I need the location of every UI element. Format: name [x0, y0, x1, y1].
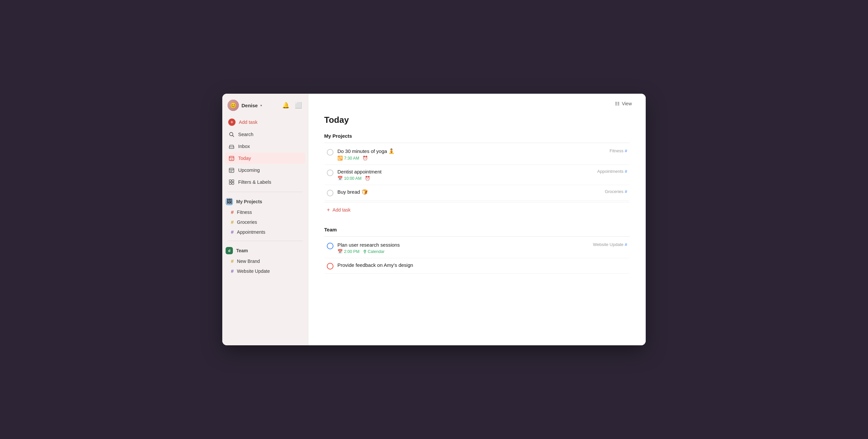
- alarm-icon-yoga: ⏰: [363, 155, 368, 160]
- location-pin-icon: [363, 250, 367, 254]
- project-item-fitness[interactable]: # Fitness: [225, 207, 305, 217]
- user-info[interactable]: 😊 Denise ▾: [227, 100, 262, 111]
- calendar-icon-dentist: 📅: [337, 176, 343, 181]
- task-item-feedback[interactable]: Provide feedback on Amy's design: [324, 258, 630, 274]
- task-title-bread: Buy bread 🍞: [337, 189, 601, 195]
- sidebar-item-filters[interactable]: Filters & Labels: [225, 176, 305, 188]
- main-header: View: [308, 94, 646, 108]
- groceries-hash-icon: #: [231, 219, 234, 225]
- add-task-plus-icon: +: [327, 207, 330, 213]
- sidebar-item-upcoming[interactable]: Upcoming: [225, 165, 305, 176]
- project-item-groceries[interactable]: # Groceries: [225, 217, 305, 227]
- svg-rect-13: [232, 182, 234, 184]
- search-icon: [228, 131, 235, 138]
- view-button-label: View: [622, 101, 632, 106]
- recurring-icon: 🔁: [337, 155, 343, 160]
- task-item-bread[interactable]: Buy bread 🍞 Groceries #: [324, 185, 630, 201]
- task-project-hash-dentist: #: [625, 169, 627, 174]
- notification-button[interactable]: 🔔: [281, 101, 290, 110]
- upcoming-label: Upcoming: [238, 168, 260, 173]
- team-label: Team: [236, 248, 248, 253]
- svg-point-20: [365, 251, 365, 251]
- team-nav: # New Brand # Website Update: [222, 256, 308, 276]
- filters-icon: [228, 179, 235, 185]
- my-projects-section[interactable]: 🖼 My Projects: [222, 196, 308, 207]
- project-item-new-brand[interactable]: # New Brand: [225, 256, 305, 266]
- task-item-user-research[interactable]: Plan user research sessions 📅 2:00 PM: [324, 238, 630, 258]
- project-item-website-update[interactable]: # Website Update: [225, 266, 305, 276]
- app-window: 😊 Denise ▾ 🔔 ⬜ + Add task: [222, 94, 646, 345]
- task-title-feedback: Provide feedback on Amy's design: [337, 262, 627, 268]
- fitness-hash-icon: #: [231, 209, 234, 215]
- sidebar: 😊 Denise ▾ 🔔 ⬜ + Add task: [222, 94, 308, 345]
- upcoming-icon: [228, 167, 235, 174]
- project-item-appointments[interactable]: # Appointments: [225, 227, 305, 237]
- my-projects-avatar: 🖼: [226, 198, 233, 205]
- task-time-yoga: 🔁 7:30 AM: [337, 155, 359, 160]
- website-update-hash-icon: #: [231, 268, 234, 274]
- task-checkbox-bread[interactable]: [327, 190, 334, 196]
- svg-rect-10: [229, 180, 231, 182]
- svg-text:21: 21: [230, 158, 233, 160]
- appointments-label: Appointments: [237, 229, 265, 235]
- team-avatar: d: [226, 247, 233, 254]
- task-title-user-research: Plan user research sessions: [337, 242, 589, 247]
- header-icons: 🔔 ⬜: [281, 101, 303, 110]
- groceries-label: Groceries: [237, 220, 257, 225]
- task-title-dentist: Dentist appointment: [337, 169, 593, 174]
- fitness-label: Fitness: [237, 210, 252, 215]
- svg-rect-12: [229, 182, 231, 184]
- sidebar-item-today[interactable]: 21 Today: [225, 153, 305, 164]
- task-project-hash-yoga: #: [625, 148, 627, 153]
- add-task-icon: +: [228, 119, 236, 126]
- svg-rect-2: [229, 147, 234, 149]
- team-divider-top: [324, 236, 630, 237]
- section-divider-top: [324, 143, 630, 143]
- task-checkbox-feedback[interactable]: [327, 263, 334, 269]
- task-body-yoga: Do 30 minutes of yoga 🧘 🔁 7:30 AM ⏰: [337, 148, 606, 160]
- today-label: Today: [238, 155, 251, 161]
- my-projects-label: My Projects: [236, 199, 262, 204]
- task-body-bread: Buy bread 🍞: [337, 189, 601, 196]
- chevron-down-icon: ▾: [260, 104, 262, 107]
- svg-rect-11: [232, 180, 234, 182]
- view-button[interactable]: View: [611, 99, 635, 108]
- team-section[interactable]: d Team: [222, 245, 308, 256]
- avatar: 😊: [227, 100, 239, 111]
- sidebar-item-search[interactable]: Search: [225, 129, 305, 140]
- task-body-dentist: Dentist appointment 📅 10:00 AM ⏰: [337, 169, 593, 181]
- team-section-title: Team: [324, 227, 630, 232]
- task-meta-yoga: 🔁 7:30 AM ⏰: [337, 155, 606, 160]
- website-update-label: Website Update: [237, 268, 270, 274]
- task-checkbox-user-research[interactable]: [327, 243, 334, 249]
- sidebar-item-inbox[interactable]: Inbox: [225, 141, 305, 152]
- task-project-research: Website Update: [593, 242, 624, 247]
- task-checkbox-dentist[interactable]: [327, 170, 334, 176]
- task-time-value-dentist: 10:00 AM: [344, 176, 362, 181]
- inbox-icon: [228, 143, 235, 150]
- task-project-dentist: Appointments: [597, 169, 624, 174]
- my-projects-tasks-section: My Projects Do 30 minutes of yoga 🧘 🔁 7:…: [324, 133, 630, 216]
- task-meta-user-research: 📅 2:00 PM Calendar: [337, 249, 589, 254]
- sidebar-nav: + Add task Search: [222, 116, 308, 188]
- task-meta-dentist: 📅 10:00 AM ⏰: [337, 176, 593, 181]
- task-right-yoga: Fitness #: [610, 148, 627, 153]
- task-body-user-research: Plan user research sessions 📅 2:00 PM: [337, 242, 589, 254]
- task-checkbox-yoga[interactable]: [327, 149, 334, 155]
- filters-label: Filters & Labels: [238, 179, 271, 185]
- svg-line-1: [232, 136, 234, 137]
- task-project-hash-research: #: [625, 242, 627, 247]
- add-task-button[interactable]: + Add task: [225, 116, 305, 128]
- today-icon: 21: [228, 155, 235, 162]
- divider-2: [227, 241, 303, 241]
- task-body-feedback: Provide feedback on Amy's design: [337, 262, 627, 269]
- task-title-yoga: Do 30 minutes of yoga 🧘: [337, 148, 606, 154]
- task-time-user-research: 📅 2:00 PM: [337, 249, 360, 254]
- add-task-inline-my-projects[interactable]: + Add task: [324, 204, 630, 216]
- task-right-dentist: Appointments #: [597, 169, 627, 174]
- add-task-inline-label: Add task: [333, 207, 350, 212]
- task-item-dentist[interactable]: Dentist appointment 📅 10:00 AM ⏰ Appoint…: [324, 165, 630, 185]
- sidebar-header: 😊 Denise ▾ 🔔 ⬜: [222, 100, 308, 116]
- task-item-yoga[interactable]: Do 30 minutes of yoga 🧘 🔁 7:30 AM ⏰ Fitn…: [324, 144, 630, 165]
- layout-button[interactable]: ⬜: [294, 101, 303, 110]
